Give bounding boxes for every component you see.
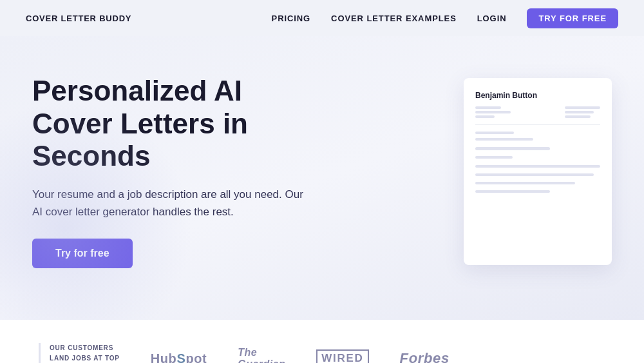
nav-pricing[interactable]: PRICING <box>272 14 311 23</box>
nav-links: PRICING COVER LETTER EXAMPLES LOGIN TRY … <box>272 8 618 28</box>
card-subject-line <box>475 138 533 141</box>
card-meta-line-3 <box>475 115 495 118</box>
card-body-hello <box>475 156 513 159</box>
card-body <box>475 147 600 196</box>
card-divider <box>475 124 600 125</box>
hubspot-logo: HubSpot <box>151 351 207 363</box>
card-meta-line-2 <box>475 111 511 113</box>
card-meta-line-1 <box>475 106 501 109</box>
card-meta-section <box>475 106 600 118</box>
card-meta-right <box>565 106 600 118</box>
forbes-logo: Forbes <box>400 350 450 363</box>
customers-label: OUR CUSTOMERSLAND JOBS AT TOPCOMPANIES <box>39 343 120 363</box>
hero-text: Personalized AI Cover Letters in Seconds… <box>32 75 309 268</box>
nav-try-free-button[interactable]: TRY FOR FREE <box>527 8 618 28</box>
site-logo: COVER LETTER BUDDY <box>26 14 131 23</box>
cover-letter-preview-card: Benjamin Button <box>464 78 612 265</box>
hero-title: Personalized AI Cover Letters in Seconds <box>32 75 309 173</box>
hero-content: Personalized AI Cover Letters in Seconds… <box>32 75 612 268</box>
wired-logo: WIRED <box>316 349 368 363</box>
customers-section: OUR CUSTOMERSLAND JOBS AT TOPCOMPANIES H… <box>0 320 644 363</box>
nav-login[interactable]: LOGIN <box>477 14 507 23</box>
hero-subtitle: Your resume and a job description are al… <box>32 186 309 221</box>
card-meta-line-5 <box>565 111 594 113</box>
companies-logos: HubSpot TheGuardian WIRED Forbes <box>151 347 605 363</box>
card-person-name: Benjamin Button <box>475 91 600 100</box>
card-body-line-5 <box>475 190 550 193</box>
card-meta-line-6 <box>565 115 591 118</box>
card-body-line-4 <box>475 182 575 184</box>
hero-try-free-button[interactable]: Try for free <box>32 239 133 268</box>
card-body-line-3 <box>475 173 594 176</box>
guardian-logo: TheGuardian <box>238 347 285 363</box>
card-meta-left <box>475 106 511 118</box>
navbar: COVER LETTER BUDDY PRICING COVER LETTER … <box>0 0 644 36</box>
card-body-line-1 <box>475 147 550 150</box>
nav-examples[interactable]: COVER LETTER EXAMPLES <box>331 14 457 23</box>
card-body-line-2 <box>475 165 600 168</box>
card-meta-line-4 <box>565 106 600 109</box>
card-date-line <box>475 132 514 134</box>
hero-section: Personalized AI Cover Letters in Seconds… <box>0 36 644 320</box>
